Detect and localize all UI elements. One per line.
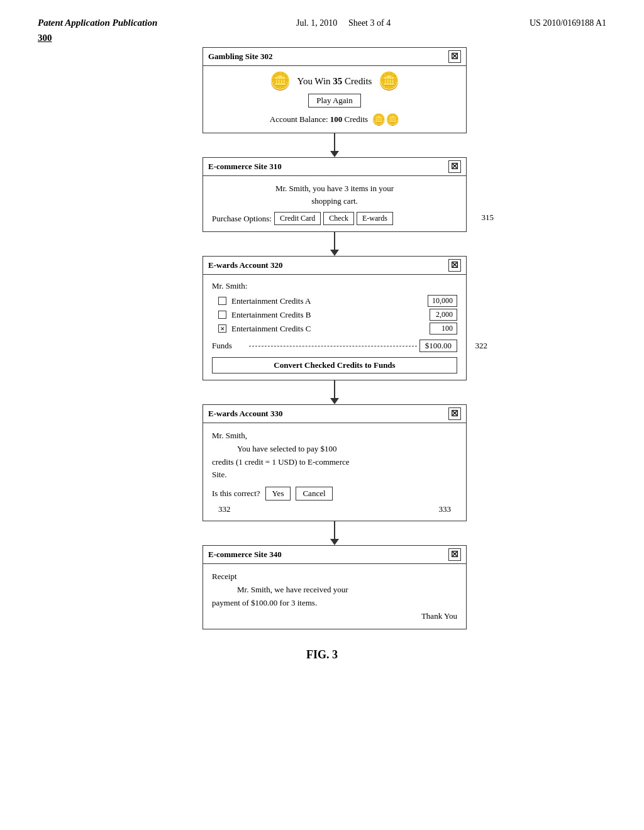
convert-btn[interactable]: Convert Checked Credits to Funds xyxy=(212,357,457,374)
purchase-options: Purchase Options: Credit Card Check E-wa… xyxy=(212,212,457,225)
ewards-330-close-icon[interactable]: ☒ xyxy=(448,407,461,420)
ewards-320-title: E-wards Account 320 xyxy=(208,260,282,270)
funds-label: Funds xyxy=(212,341,247,351)
ewards-330-body: Mr. Smith, You have selected to pay $100… xyxy=(203,423,466,521)
account-balance: Account Balance: 100 Credits 🪙🪙 xyxy=(212,113,457,126)
check-btn[interactable]: Check xyxy=(323,212,354,225)
label-332: 332 xyxy=(218,504,231,514)
label-333: 333 xyxy=(439,504,452,514)
confirmation-text: Mr. Smith, You have selected to pay $100… xyxy=(212,429,457,482)
arrow-head-4 xyxy=(330,539,339,545)
coin-icon-2: 🪙 xyxy=(378,72,400,90)
arrow-line-1 xyxy=(334,133,335,151)
label-315: 315 xyxy=(482,213,494,223)
arrow-line-2 xyxy=(334,232,335,250)
header-sheet: Sheet 3 of 4 xyxy=(348,18,391,28)
ewards-320-greeting: Mr. Smith: xyxy=(212,281,457,291)
labels-332-333: 332 333 xyxy=(212,504,457,514)
receipt-line2: payment of $100.00 for 3 items. xyxy=(212,597,457,610)
credit-row-c: Entertainment Credits C 100 xyxy=(218,323,457,335)
ewards-330-box: E-wards Account 330 ☒ Mr. Smith, You hav… xyxy=(203,404,467,521)
credit-row-b: Entertainment Credits B 2,000 xyxy=(218,309,457,321)
funds-row: Funds $100.00 322 xyxy=(212,340,457,352)
arrow-head-2 xyxy=(330,250,339,256)
header-publication-title: Patent Application Publication xyxy=(38,18,157,28)
checkbox-a[interactable] xyxy=(218,297,226,305)
credit-value-b: 2,000 xyxy=(430,309,457,321)
diagram: Gambling Site 302 ☒ 🪙 You Win 35 Credits… xyxy=(63,47,606,629)
ecommerce-340-body: Receipt Mr. Smith, we have received your… xyxy=(203,564,466,629)
label-322: 322 xyxy=(475,341,488,351)
play-again-btn[interactable]: Play Again xyxy=(308,94,360,108)
arrow-2 xyxy=(330,232,339,256)
coin-icon: 🪙 xyxy=(269,72,291,90)
arrow-head-3 xyxy=(330,398,339,404)
cancel-btn[interactable]: Cancel xyxy=(296,487,332,501)
ewards-320-title-bar: E-wards Account 320 ☒ xyxy=(203,257,466,275)
fig-caption: FIG. 3 xyxy=(38,648,606,661)
credit-label-a: Entertainment Credits A xyxy=(231,296,423,306)
confirm-msg-2: credits (1 credit = 1 USD) to E-commerce xyxy=(212,457,350,467)
ecommerce-340-box: E-commerce Site 340 ☒ Receipt Mr. Smith,… xyxy=(203,545,467,629)
arrow-line-4 xyxy=(334,521,335,539)
funds-amount: $100.00 xyxy=(419,340,457,352)
confirm-msg-3: Site. xyxy=(212,470,226,479)
credit-label-c: Entertainment Credits C xyxy=(231,324,425,334)
ecommerce-310-title: E-commerce Site 310 xyxy=(208,162,282,172)
gambling-close-icon[interactable]: ☒ xyxy=(448,50,461,63)
ewards-320-body: Mr. Smith: Entertainment Credits A 10,00… xyxy=(203,275,466,380)
receipt-indent: Mr. Smith, we have received your xyxy=(212,584,457,597)
credit-value-c: 100 xyxy=(430,323,457,335)
header-date-sheet: Jul. 1, 2010 Sheet 3 of 4 xyxy=(296,18,391,28)
ecommerce-310-box: E-commerce Site 310 ☒ Mr. Smith, you hav… xyxy=(203,157,467,232)
ewards-320-box: E-wards Account 320 ☒ Mr. Smith: Enterta… xyxy=(203,256,467,380)
win-text: You Win 35 Credits xyxy=(297,76,372,87)
main-content: Gambling Site 302 ☒ 🪙 You Win 35 Credits… xyxy=(0,35,644,687)
ecommerce-310-message: Mr. Smith, you have 3 items in your shop… xyxy=(212,182,457,207)
arrow-1 xyxy=(330,133,339,157)
gambling-body: 🪙 You Win 35 Credits 🪙 Play Again Accoun… xyxy=(203,66,466,133)
ewards-btn[interactable]: E-wards xyxy=(357,212,393,225)
header-date: Jul. 1, 2010 xyxy=(296,18,337,28)
confirm-msg-indent: You have selected to pay $100 xyxy=(212,443,337,456)
funds-dashes xyxy=(249,346,417,346)
ewards-330-greeting: Mr. Smith, xyxy=(212,431,247,440)
coins-icon: 🪙🪙 xyxy=(372,113,399,126)
credit-label-b: Entertainment Credits B xyxy=(231,310,425,320)
is-correct-label: Is this correct? xyxy=(212,489,260,499)
ecommerce-msg-line2: shopping cart. xyxy=(311,196,358,206)
gambling-win-row: 🪙 You Win 35 Credits 🪙 xyxy=(212,72,457,90)
checkbox-c[interactable] xyxy=(218,324,226,333)
receipt-label: Receipt xyxy=(212,570,457,584)
header-patent-number: US 2010/0169188 A1 xyxy=(530,18,606,28)
is-correct-row: Is this correct? Yes Cancel xyxy=(212,487,457,501)
credits-table: Entertainment Credits A 10,000 Entertain… xyxy=(218,295,457,335)
ecommerce-310-title-bar: E-commerce Site 310 ☒ xyxy=(203,158,466,176)
arrow-head-1 xyxy=(330,151,339,157)
credit-card-btn[interactable]: Credit Card xyxy=(274,212,321,225)
arrow-4 xyxy=(330,521,339,545)
receipt-thank-you: Thank You xyxy=(212,610,457,623)
ecommerce-310-close-icon[interactable]: ☒ xyxy=(448,160,461,173)
ecommerce-340-close-icon[interactable]: ☒ xyxy=(448,548,461,561)
ecommerce-310-body: Mr. Smith, you have 3 items in your shop… xyxy=(203,176,466,231)
ewards-330-title-bar: E-wards Account 330 ☒ xyxy=(203,405,466,423)
gambling-site-box: Gambling Site 302 ☒ 🪙 You Win 35 Credits… xyxy=(203,47,467,133)
ewards-320-close-icon[interactable]: ☒ xyxy=(448,259,461,272)
yes-btn[interactable]: Yes xyxy=(265,487,291,501)
arrow-3 xyxy=(330,380,339,404)
ecommerce-340-title-bar: E-commerce Site 340 ☒ xyxy=(203,546,466,564)
ewards-330-title: E-wards Account 330 xyxy=(208,409,282,419)
gambling-title-bar: Gambling Site 302 ☒ xyxy=(203,48,466,66)
credit-value-a: 10,000 xyxy=(428,295,457,307)
checkbox-b[interactable] xyxy=(218,311,226,319)
arrow-line-3 xyxy=(334,380,335,398)
ecommerce-340-title: E-commerce Site 340 xyxy=(208,550,282,560)
ecommerce-msg-line1: Mr. Smith, you have 3 items in your xyxy=(275,184,394,193)
account-balance-text: Account Balance: 100 Credits xyxy=(270,114,368,124)
purchase-options-label: Purchase Options: xyxy=(212,214,272,224)
page-header: Patent Application Publication Jul. 1, 2… xyxy=(0,0,644,35)
credit-row-a: Entertainment Credits A 10,000 xyxy=(218,295,457,307)
gambling-title: Gambling Site 302 xyxy=(208,52,273,62)
